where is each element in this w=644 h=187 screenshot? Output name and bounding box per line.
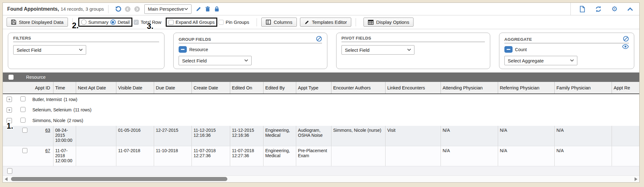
aggregate-select-value: Select Aggregate bbox=[508, 58, 544, 63]
col-header-appt-reason[interactable]: Appt Re bbox=[612, 82, 639, 94]
trash-icon[interactable] bbox=[205, 6, 211, 12]
group-checkbox[interactable] bbox=[20, 96, 25, 101]
column-header-row: Appt ID Time Next Apt Date Visible Date … bbox=[3, 82, 639, 94]
cell-due-date: 11-10-2018 bbox=[154, 146, 192, 166]
refresh-icon[interactable] bbox=[595, 6, 602, 13]
select-all-checkbox[interactable] bbox=[8, 75, 14, 80]
pin-groups-checkbox[interactable] bbox=[219, 20, 224, 25]
group-row-count: (1 row) bbox=[64, 97, 77, 102]
col-header-next-apt-date[interactable]: Next Apt Date bbox=[76, 82, 116, 94]
display-options-button[interactable]: Display Options bbox=[364, 18, 414, 27]
footer-checkbox[interactable] bbox=[7, 168, 12, 174]
group-row-simmons: − Simmons, Nicole(2 rows) bbox=[3, 115, 639, 126]
cell-family-physician: N/A bbox=[554, 126, 612, 146]
cell-appt-type: Audiogram, OSHA Noise bbox=[296, 126, 331, 146]
pin-groups-label: Pin Groups bbox=[225, 19, 249, 25]
cell-due-date: 12-27-2015 bbox=[154, 126, 192, 146]
scrollbar-thumb[interactable] bbox=[11, 177, 227, 181]
col-header-due-date[interactable]: Due Date bbox=[154, 82, 192, 94]
col-header-linked-encounters[interactable]: Linked Encounters bbox=[385, 82, 441, 94]
chevron-down-icon bbox=[244, 59, 248, 62]
col-header-edited-on[interactable]: Edited On bbox=[230, 82, 263, 94]
aggregate-select[interactable]: Select Aggregate bbox=[504, 56, 577, 65]
col-header-time[interactable]: Time bbox=[53, 82, 76, 94]
lock-icon[interactable] bbox=[214, 6, 220, 12]
col-header-create-date[interactable]: Create Date bbox=[192, 82, 230, 94]
expand-all-groups-checkbox[interactable] bbox=[169, 20, 174, 25]
divider bbox=[356, 18, 356, 26]
summary-radio[interactable] bbox=[81, 19, 86, 25]
perspective-select[interactable]: Main Perspective bbox=[144, 4, 192, 14]
horizontal-scrollbar[interactable] bbox=[3, 175, 639, 182]
cell-next-apt-date bbox=[76, 126, 116, 146]
col-header-edited-by[interactable]: Edited By bbox=[263, 82, 296, 94]
clear-group-fields-icon[interactable] bbox=[316, 36, 322, 42]
nav-back-icon[interactable] bbox=[125, 6, 131, 12]
templates-editor-label: Templates Editor bbox=[312, 19, 347, 25]
col-header-encounter-authors[interactable]: Encounter Authors bbox=[331, 82, 385, 94]
edit-pencil-icon[interactable] bbox=[196, 6, 202, 12]
col-header-visible-date[interactable]: Visible Date bbox=[116, 82, 154, 94]
remove-resource-group-icon[interactable] bbox=[179, 46, 187, 53]
gear-icon[interactable]: ⚙ bbox=[611, 6, 618, 13]
group-name: Selenium, Selenium bbox=[32, 107, 72, 112]
table-grid-icon bbox=[368, 20, 374, 25]
detail-radio[interactable] bbox=[110, 19, 116, 25]
columns-button[interactable]: Columns bbox=[261, 18, 297, 27]
cell-encounter-authors: Simmons, Nicole (nurse) bbox=[331, 126, 385, 146]
appointments-table: Appt ID Time Next Apt Date Visible Date … bbox=[3, 82, 639, 166]
group-row-selenium: + Selenium, Selenium(11 rows) bbox=[3, 104, 639, 115]
header-right-tools: ⚙ bbox=[570, 3, 635, 15]
appt-id-link[interactable]: 67 bbox=[45, 148, 50, 153]
group-row-butler: + Butler, Internist(1 row) bbox=[3, 94, 639, 104]
expand-group-icon[interactable]: + bbox=[7, 97, 12, 102]
pivot-fields-panel: PIVOT FIELDS Select Field bbox=[336, 33, 490, 69]
cell-time: 08-24-2015 10:00:00 bbox=[53, 126, 76, 146]
group-checkbox[interactable] bbox=[20, 107, 25, 112]
row-checkbox[interactable] bbox=[22, 148, 27, 153]
pivot-field-select-value: Select Field bbox=[345, 47, 369, 53]
col-header-appt-type[interactable]: Appt Type bbox=[296, 82, 331, 94]
cell-encounter-authors bbox=[331, 146, 385, 166]
group-fields-panel: GROUP FIELDS Resource Select Field bbox=[173, 33, 327, 69]
col-header-referring-physician[interactable]: Referring Physician bbox=[498, 82, 554, 94]
row-checkbox[interactable] bbox=[22, 128, 27, 133]
eye-visibility-icon[interactable] bbox=[622, 44, 629, 49]
cell-edited-by: Engineering, Medical bbox=[263, 146, 296, 166]
toolbar: Store Displayed Data Summary Detail ✓ To… bbox=[3, 15, 639, 29]
chevron-down-icon bbox=[407, 49, 411, 51]
collapse-up-icon[interactable] bbox=[627, 7, 633, 11]
cell-edited-on: 11-12-2015 12:16:36 bbox=[230, 126, 263, 146]
col-header-attending-physician[interactable]: Attending Physician bbox=[441, 82, 498, 94]
group-checkbox[interactable] bbox=[20, 118, 25, 123]
scroll-right-arrow[interactable] bbox=[635, 177, 637, 181]
cell-referring-physician: N/A bbox=[498, 146, 554, 166]
table-footer-row bbox=[3, 166, 639, 176]
header-bar: Found Appointments, 14 records, 3 groups… bbox=[3, 3, 639, 15]
appointment-row: 63 08-24-2015 10:00:00 01-05-2016 12-27-… bbox=[3, 126, 639, 146]
cell-visible-date: 01-05-2016 bbox=[116, 126, 154, 146]
scroll-left-arrow[interactable] bbox=[5, 177, 8, 181]
pivot-field-select[interactable]: Select Field bbox=[341, 45, 414, 55]
group-field-select[interactable]: Select Field bbox=[179, 56, 252, 65]
remove-count-aggregate-icon[interactable] bbox=[504, 46, 513, 53]
perspective-select-value: Main Perspective bbox=[148, 6, 184, 12]
templates-editor-button[interactable]: Templates Editor bbox=[300, 18, 352, 27]
clear-aggregate-icon[interactable] bbox=[623, 36, 629, 42]
filters-field-select[interactable]: Select Field bbox=[13, 45, 86, 55]
aggregate-panel: AGGREGATE Count Select Aggregate bbox=[499, 33, 634, 69]
store-displayed-data-button[interactable]: Store Displayed Data bbox=[7, 18, 68, 27]
total-row-checkbox[interactable]: ✓ bbox=[134, 20, 139, 25]
col-header-family-physician[interactable]: Family Physician bbox=[554, 82, 612, 94]
undo-icon[interactable] bbox=[114, 6, 121, 13]
cell-attending-physician: N/A bbox=[441, 126, 498, 146]
appt-id-link[interactable]: 63 bbox=[45, 128, 50, 133]
expand-group-icon[interactable]: + bbox=[7, 107, 12, 113]
nav-forward-icon[interactable] bbox=[134, 6, 140, 12]
group-by-band-label: Resource bbox=[26, 75, 46, 80]
cell-create-date: 11-07-2018 12:27:36 bbox=[192, 146, 230, 166]
annotation-step-2: 2. bbox=[72, 21, 79, 30]
annotation-step-1: 1. bbox=[7, 121, 13, 131]
new-document-icon[interactable] bbox=[579, 6, 586, 13]
col-header-appt-id[interactable]: Appt ID bbox=[32, 82, 53, 94]
